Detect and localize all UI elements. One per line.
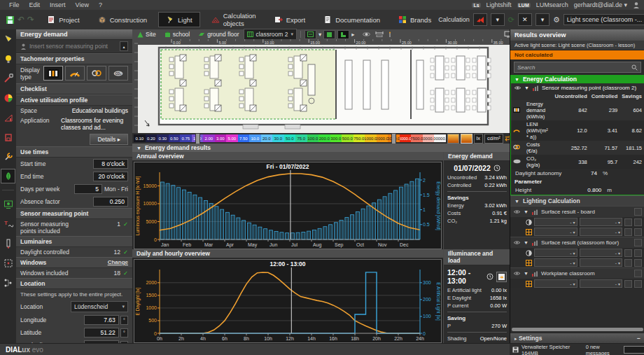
orbit-icon[interactable]: [363, 31, 370, 38]
breadcrumb-site[interactable]: Site: [135, 31, 158, 38]
tab-light[interactable]: Light: [158, 12, 200, 27]
tab-project[interactable]: Project: [40, 13, 87, 27]
plan-view-button[interactable]: [304, 30, 316, 39]
insert-sensor-spinner[interactable]: ▴: [120, 41, 128, 51]
details-button[interactable]: Details ▸: [90, 134, 128, 145]
scale-handle-min[interactable]: [195, 133, 200, 144]
result-type-select[interactable]: -▾: [534, 249, 578, 257]
result-row-costs[interactable]: Costs (€/a)252.7271.57181.15: [511, 141, 644, 155]
display-kwh-button[interactable]: [43, 66, 63, 81]
group-option-box[interactable]: [634, 270, 642, 277]
windows-change-link[interactable]: Change: [108, 259, 128, 266]
result-type-select[interactable]: -▾: [534, 218, 578, 226]
calculation-options-dropdown[interactable]: ▾: [491, 13, 505, 26]
sensor-measuring-point-item[interactable]: ▼ Sensor measuring point (classroom 2): [511, 83, 644, 92]
result-value-select[interactable]: -▾: [580, 258, 623, 267]
surface-group-workplane-classroom[interactable]: ▼Workplane classroom: [510, 267, 644, 279]
result-box[interactable]: [634, 218, 642, 226]
floor-plan[interactable]: [138, 45, 510, 133]
avatar[interactable]: [633, 1, 640, 8]
hierarchy-icon[interactable]: [1, 275, 15, 290]
visibility-eye-icon[interactable]: [513, 240, 521, 245]
expand-icon[interactable]: ▼: [524, 209, 528, 214]
menu-help[interactable]: ?: [94, 1, 107, 8]
sensor-luminaire-icon[interactable]: [1, 236, 15, 251]
display-co2-button[interactable]: CO₂: [108, 66, 128, 81]
result-box[interactable]: [624, 249, 632, 257]
account-menu[interactable]: gerhardt@dial.de ▾: [574, 1, 627, 8]
result-row-leni[interactable]: LENI (kWh/(m² * a))12.03.418.62: [511, 120, 644, 141]
unit-lx-button[interactable]: lx: [474, 134, 483, 144]
result-box[interactable]: [624, 280, 632, 288]
group-option-box[interactable]: [634, 239, 642, 246]
view-2d-button[interactable]: [337, 30, 349, 39]
lighting-calculation-section[interactable]: ▼Lighting Calculation: [510, 195, 644, 206]
temperature-curve-icon[interactable]: T: [1, 216, 15, 231]
tab-export[interactable]: Export: [267, 13, 312, 27]
annual-overview-chart[interactable]: 0500010000150000.511.52JanFebMarAprMayJu…: [134, 162, 441, 249]
result-type-select[interactable]: -▾: [534, 258, 578, 267]
view-2d-dropdown[interactable]: ▸: [351, 31, 354, 38]
tab-brands[interactable]: Brands: [391, 13, 438, 27]
result-value-select[interactable]: -▾: [580, 228, 623, 236]
messages-status[interactable]: 0 new messages: [586, 344, 622, 355]
result-box[interactable]: [634, 228, 642, 236]
building-tool-icon[interactable]: [1, 130, 15, 144]
result-box[interactable]: [624, 218, 632, 226]
export-report-button[interactable]: [496, 272, 507, 282]
falsecolour-mode-2-button[interactable]: [461, 134, 472, 144]
measure-icon[interactable]: [375, 32, 384, 37]
result-value-select[interactable]: -▾: [580, 218, 623, 226]
annotation-icon[interactable]: [388, 32, 394, 38]
tab-documentation[interactable]: Documentation: [316, 13, 387, 27]
longitude-input[interactable]: 7.63: [84, 315, 119, 325]
lamps-icon[interactable]: [1, 51, 15, 66]
result-box[interactable]: [624, 228, 632, 236]
expand-icon[interactable]: ▼: [524, 271, 528, 276]
save-button[interactable]: [6, 15, 15, 25]
breadcrumb-ground-floor[interactable]: ground floor: [196, 31, 241, 38]
latitude-input[interactable]: 51.22: [84, 328, 119, 337]
calculation-settings-gear-icon[interactable]: ⚙: [553, 15, 560, 25]
undo-button[interactable]: ↶: [18, 15, 24, 25]
breadcrumb-school[interactable]: school: [162, 31, 192, 38]
light-tool-icon[interactable]: [1, 32, 15, 46]
results-scrollbar[interactable]: [510, 327, 644, 333]
room-select[interactable]: classroom 2▾: [244, 29, 297, 40]
result-type-select[interactable]: -▾: [534, 228, 578, 236]
light-scene-select[interactable]: Light scene (Classroom -...▾: [564, 14, 644, 25]
start-time-input[interactable]: 8 o'clock: [93, 159, 128, 169]
scale-handle-max[interactable]: [391, 133, 396, 144]
result-type-select[interactable]: -▾: [534, 279, 578, 288]
expand-icon[interactable]: ▼: [524, 85, 529, 90]
recalculate-icon[interactable]: ⟳: [508, 15, 514, 25]
display-costs-button[interactable]: [87, 66, 106, 81]
visibility-eye-icon[interactable]: [513, 209, 521, 214]
end-time-input[interactable]: 20 o'clock: [93, 172, 128, 181]
plan-view-dropdown[interactable]: ▾: [318, 31, 321, 38]
falsecolour-mode-button[interactable]: [447, 134, 459, 144]
settings-section[interactable]: ▸ Settings−: [510, 333, 644, 343]
view-3d-button[interactable]: [323, 30, 335, 39]
daylight-scene-icon[interactable]: [1, 197, 15, 211]
service-tools-icon[interactable]: [1, 149, 15, 164]
energy-saving-icon[interactable]: [1, 169, 15, 183]
daily-overview-chart[interactable]: 050010001500200001002003000h2h4h6h8h10h1…: [134, 260, 441, 342]
energy-calculation-section[interactable]: ▼Energy Calculation: [510, 75, 644, 83]
result-box[interactable]: [634, 259, 642, 267]
result-box[interactable]: [634, 280, 642, 288]
surface-group-surface-result-board[interactable]: ▼Surface result - board: [510, 206, 644, 217]
menu-view[interactable]: View: [71, 1, 94, 8]
tab-calculation-objects[interactable]: Calculation objects: [204, 9, 263, 30]
menu-insert[interactable]: Insert: [45, 1, 71, 8]
tab-construction[interactable]: Construction: [91, 13, 154, 27]
time-picker-icon[interactable]: [486, 273, 493, 280]
tools-red-icon[interactable]: [1, 71, 15, 85]
cancel-options-dropdown[interactable]: ▾: [536, 13, 550, 26]
measuring-area-icon[interactable]: [1, 256, 15, 270]
absence-factor-input[interactable]: 0.250: [93, 197, 128, 207]
result-row-co2[interactable]: CO₂ (kg/a)33895.7242: [511, 155, 644, 169]
menu-file[interactable]: File: [4, 1, 24, 8]
result-box[interactable]: [624, 259, 632, 267]
location-select[interactable]: Lüdenscheid▾: [71, 301, 128, 312]
